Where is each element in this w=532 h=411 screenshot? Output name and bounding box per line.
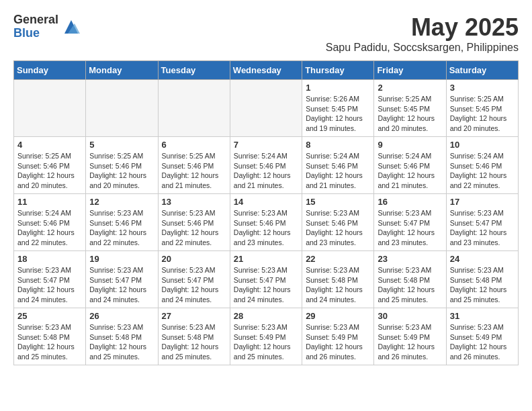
day-number: 9 [378, 140, 442, 150]
calendar-cell [14, 80, 86, 137]
calendar-cell: 25Sunrise: 5:23 AMSunset: 5:48 PMDayligh… [14, 308, 86, 365]
header-day-wednesday: Wednesday [230, 61, 302, 80]
day-info: Sunrise: 5:25 AMSunset: 5:45 PMDaylight:… [450, 94, 515, 134]
calendar-cell: 21Sunrise: 5:23 AMSunset: 5:47 PMDayligh… [230, 251, 302, 308]
week-row-2: 4Sunrise: 5:25 AMSunset: 5:46 PMDaylight… [14, 137, 519, 194]
day-info: Sunrise: 5:23 AMSunset: 5:47 PMDaylight:… [378, 208, 442, 248]
logo-blue: Blue [13, 27, 58, 40]
calendar-subtitle: Sapu Padidu, Soccsksargen, Philippines [326, 42, 519, 54]
calendar-cell: 18Sunrise: 5:23 AMSunset: 5:47 PMDayligh… [14, 251, 86, 308]
calendar-cell: 4Sunrise: 5:25 AMSunset: 5:46 PMDaylight… [14, 137, 86, 194]
day-number: 1 [306, 83, 370, 93]
day-info: Sunrise: 5:24 AMSunset: 5:46 PMDaylight:… [450, 151, 515, 191]
calendar-cell: 3Sunrise: 5:25 AMSunset: 5:45 PMDaylight… [446, 80, 518, 137]
day-info: Sunrise: 5:23 AMSunset: 5:47 PMDaylight:… [17, 265, 82, 305]
day-info: Sunrise: 5:23 AMSunset: 5:47 PMDaylight:… [89, 265, 154, 305]
day-number: 16 [378, 197, 442, 207]
day-info: Sunrise: 5:23 AMSunset: 5:49 PMDaylight:… [450, 322, 515, 362]
day-number: 20 [162, 254, 226, 264]
day-info: Sunrise: 5:23 AMSunset: 5:47 PMDaylight:… [162, 265, 226, 305]
calendar-cell: 31Sunrise: 5:23 AMSunset: 5:49 PMDayligh… [446, 308, 518, 365]
header-day-friday: Friday [374, 61, 446, 80]
day-info: Sunrise: 5:24 AMSunset: 5:46 PMDaylight:… [306, 151, 370, 191]
day-number: 27 [162, 311, 226, 321]
day-number: 31 [450, 311, 515, 321]
calendar-cell [158, 80, 230, 137]
calendar-cell: 1Sunrise: 5:26 AMSunset: 5:45 PMDaylight… [302, 80, 374, 137]
day-number: 21 [234, 254, 298, 264]
day-info: Sunrise: 5:23 AMSunset: 5:46 PMDaylight:… [162, 208, 226, 248]
header-day-thursday: Thursday [302, 61, 374, 80]
logo: General Blue [13, 13, 81, 40]
day-number: 25 [17, 311, 82, 321]
day-number: 12 [89, 197, 154, 207]
day-info: Sunrise: 5:23 AMSunset: 5:46 PMDaylight:… [89, 208, 154, 248]
calendar-cell: 20Sunrise: 5:23 AMSunset: 5:47 PMDayligh… [158, 251, 230, 308]
day-number: 17 [450, 197, 515, 207]
day-number: 3 [450, 83, 515, 93]
calendar-cell: 28Sunrise: 5:23 AMSunset: 5:49 PMDayligh… [230, 308, 302, 365]
calendar-cell: 24Sunrise: 5:23 AMSunset: 5:48 PMDayligh… [446, 251, 518, 308]
calendar-title: May 2025 [326, 13, 519, 42]
calendar-cell: 15Sunrise: 5:23 AMSunset: 5:46 PMDayligh… [302, 194, 374, 251]
day-info: Sunrise: 5:23 AMSunset: 5:48 PMDaylight:… [450, 265, 515, 305]
day-number: 11 [17, 197, 82, 207]
day-number: 18 [17, 254, 82, 264]
day-info: Sunrise: 5:23 AMSunset: 5:46 PMDaylight:… [306, 208, 370, 248]
calendar-cell: 8Sunrise: 5:24 AMSunset: 5:46 PMDaylight… [302, 137, 374, 194]
day-number: 24 [450, 254, 515, 264]
day-info: Sunrise: 5:23 AMSunset: 5:49 PMDaylight:… [306, 322, 370, 362]
day-number: 2 [378, 83, 442, 93]
day-number: 19 [89, 254, 154, 264]
day-number: 22 [306, 254, 370, 264]
calendar-cell: 7Sunrise: 5:24 AMSunset: 5:46 PMDaylight… [230, 137, 302, 194]
day-info: Sunrise: 5:23 AMSunset: 5:48 PMDaylight:… [17, 322, 82, 362]
header-day-saturday: Saturday [446, 61, 518, 80]
day-number: 30 [378, 311, 442, 321]
week-row-4: 18Sunrise: 5:23 AMSunset: 5:47 PMDayligh… [14, 251, 519, 308]
day-info: Sunrise: 5:25 AMSunset: 5:46 PMDaylight:… [162, 151, 226, 191]
day-number: 23 [378, 254, 442, 264]
header-day-monday: Monday [86, 61, 158, 80]
calendar-table: SundayMondayTuesdayWednesdayThursdayFrid… [13, 60, 519, 365]
calendar-cell: 16Sunrise: 5:23 AMSunset: 5:47 PMDayligh… [374, 194, 446, 251]
day-number: 29 [306, 311, 370, 321]
day-info: Sunrise: 5:23 AMSunset: 5:47 PMDaylight:… [450, 208, 515, 248]
calendar-cell: 10Sunrise: 5:24 AMSunset: 5:46 PMDayligh… [446, 137, 518, 194]
day-info: Sunrise: 5:23 AMSunset: 5:47 PMDaylight:… [234, 265, 298, 305]
week-row-1: 1Sunrise: 5:26 AMSunset: 5:45 PMDaylight… [14, 80, 519, 137]
day-info: Sunrise: 5:23 AMSunset: 5:46 PMDaylight:… [234, 208, 298, 248]
calendar-cell: 23Sunrise: 5:23 AMSunset: 5:48 PMDayligh… [374, 251, 446, 308]
day-info: Sunrise: 5:24 AMSunset: 5:46 PMDaylight:… [378, 151, 442, 191]
day-number: 28 [234, 311, 298, 321]
day-info: Sunrise: 5:23 AMSunset: 5:49 PMDaylight:… [234, 322, 298, 362]
calendar-cell: 6Sunrise: 5:25 AMSunset: 5:46 PMDaylight… [158, 137, 230, 194]
day-info: Sunrise: 5:23 AMSunset: 5:49 PMDaylight:… [378, 322, 442, 362]
day-number: 4 [17, 140, 82, 150]
calendar-cell: 13Sunrise: 5:23 AMSunset: 5:46 PMDayligh… [158, 194, 230, 251]
day-info: Sunrise: 5:25 AMSunset: 5:46 PMDaylight:… [89, 151, 154, 191]
day-number: 10 [450, 140, 515, 150]
day-info: Sunrise: 5:24 AMSunset: 5:46 PMDaylight:… [234, 151, 298, 191]
day-number: 8 [306, 140, 370, 150]
calendar-cell: 14Sunrise: 5:23 AMSunset: 5:46 PMDayligh… [230, 194, 302, 251]
calendar-cell [230, 80, 302, 137]
calendar-cell: 11Sunrise: 5:24 AMSunset: 5:46 PMDayligh… [14, 194, 86, 251]
calendar-cell: 17Sunrise: 5:23 AMSunset: 5:47 PMDayligh… [446, 194, 518, 251]
day-number: 5 [89, 140, 154, 150]
header: General Blue May 2025 Sapu Padidu, Soccs… [13, 13, 519, 54]
calendar-cell: 12Sunrise: 5:23 AMSunset: 5:46 PMDayligh… [86, 194, 158, 251]
calendar-cell: 19Sunrise: 5:23 AMSunset: 5:47 PMDayligh… [86, 251, 158, 308]
calendar-cell: 9Sunrise: 5:24 AMSunset: 5:46 PMDaylight… [374, 137, 446, 194]
day-info: Sunrise: 5:23 AMSunset: 5:48 PMDaylight:… [378, 265, 442, 305]
day-number: 6 [162, 140, 226, 150]
calendar-cell: 22Sunrise: 5:23 AMSunset: 5:48 PMDayligh… [302, 251, 374, 308]
calendar-cell: 27Sunrise: 5:23 AMSunset: 5:48 PMDayligh… [158, 308, 230, 365]
header-day-sunday: Sunday [14, 61, 86, 80]
day-info: Sunrise: 5:24 AMSunset: 5:46 PMDaylight:… [17, 208, 82, 248]
calendar-cell [86, 80, 158, 137]
day-info: Sunrise: 5:23 AMSunset: 5:48 PMDaylight:… [89, 322, 154, 362]
calendar-cell: 2Sunrise: 5:25 AMSunset: 5:45 PMDaylight… [374, 80, 446, 137]
header-row: SundayMondayTuesdayWednesdayThursdayFrid… [14, 61, 519, 80]
day-info: Sunrise: 5:25 AMSunset: 5:45 PMDaylight:… [378, 94, 442, 134]
